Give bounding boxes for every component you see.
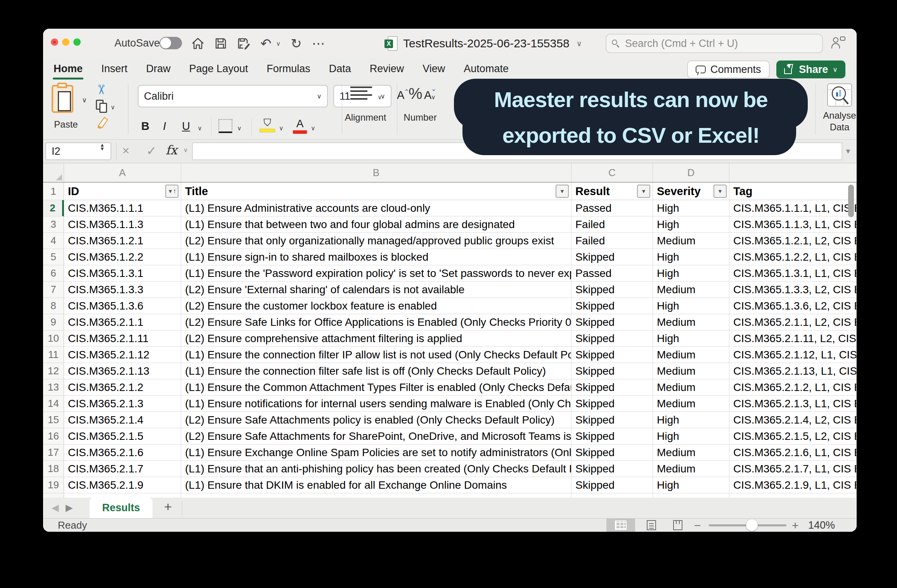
cell-result[interactable]: Skipped	[571, 249, 653, 265]
row-number[interactable]: 14	[43, 396, 64, 412]
save-icon[interactable]	[215, 37, 227, 50]
cell-id[interactable]: CIS.M365.2.1.11	[64, 330, 181, 347]
column-letter-d[interactable]: D	[653, 163, 729, 182]
cell-id[interactable]: CIS.M365.2.1.6	[64, 444, 181, 461]
borders-button[interactable]	[218, 119, 232, 133]
copy-icon[interactable]: ∨	[96, 100, 109, 114]
number-chevron-icon[interactable]: ∨	[431, 93, 436, 101]
cell-title[interactable]: (L2) Ensure Safe Attachments policy is e…	[181, 412, 571, 428]
prev-sheet-icon[interactable]: ◀	[52, 502, 59, 513]
cell-id[interactable]: CIS.M365.2.1.3	[64, 396, 181, 412]
confirm-entry-icon[interactable]: ✓	[146, 144, 157, 158]
cell-title[interactable]: (L1) Ensure the 'Password expiration pol…	[181, 265, 571, 282]
font-color-chevron-icon[interactable]: ∨	[311, 125, 315, 132]
underline-button[interactable]: U	[182, 120, 190, 133]
zoom-in-icon[interactable]: +	[792, 519, 799, 532]
cell-tag[interactable]: CIS.M365.1.2.2, L1, CIS E3	[729, 249, 857, 265]
cell-title[interactable]: (L2) Ensure that only organizationally m…	[181, 233, 571, 249]
cell-title[interactable]: (L1) Ensure Administrative accounts are …	[181, 200, 571, 216]
cell-id[interactable]: CIS.M365.2.1.2	[64, 379, 181, 396]
cell-title[interactable]: (L1) Ensure that DKIM is enabled for all…	[181, 477, 571, 493]
zoom-window-button[interactable]	[73, 38, 81, 46]
cell-title[interactable]: (L1) Ensure Exchange Online Spam Policie…	[181, 444, 571, 461]
vertical-scrollbar-thumb[interactable]	[848, 185, 854, 217]
cell-result[interactable]: Passed	[571, 200, 653, 216]
header-tag[interactable]: Tag	[729, 183, 857, 200]
zoom-slider-thumb[interactable]	[746, 519, 758, 531]
cell-severity[interactable]: Medium	[653, 347, 729, 363]
cell-title[interactable]: (L1) Ensure the Common Attachment Types …	[181, 379, 571, 396]
cell-tag[interactable]: CIS.M365.2.1.9, L1, CIS E3	[729, 477, 857, 493]
cell-severity[interactable]: Medium	[653, 233, 729, 249]
more-commands-icon[interactable]: ⋯	[312, 37, 325, 50]
column-letter-a[interactable]: A	[64, 163, 181, 182]
cell-tag[interactable]: CIS.M365.1.1.1, L1, CIS E3	[729, 200, 857, 216]
cell-severity[interactable]: High	[653, 330, 729, 347]
cell-title[interactable]: (L2) Ensure Safe Attachments for SharePo…	[181, 428, 571, 444]
row-number[interactable]: 17	[43, 444, 64, 461]
cell-severity[interactable]: Medium	[653, 282, 729, 298]
cell-tag[interactable]: CIS.M365.2.1.3, L1, CIS E3	[729, 396, 857, 412]
name-box-spinner[interactable]: ▲▼	[100, 143, 105, 151]
font-name-select[interactable]: Calibri∨	[138, 85, 328, 107]
cell-severity[interactable]: High	[653, 298, 729, 314]
cut-icon[interactable]: ✂	[94, 84, 109, 95]
tab-draw[interactable]: Draw	[145, 61, 171, 76]
paste-chevron-icon[interactable]: ∨	[82, 96, 87, 104]
underline-chevron-icon[interactable]: ∨	[197, 125, 202, 132]
header-id[interactable]: ID ▼↑	[64, 183, 181, 200]
analyse-data-button[interactable]: Analyse Data	[823, 83, 856, 133]
page-layout-view-button[interactable]	[639, 519, 664, 532]
column-letter-b[interactable]: B	[181, 163, 571, 182]
tab-insert[interactable]: Insert	[100, 61, 128, 76]
row-number[interactable]: 2	[43, 200, 64, 216]
cell-id[interactable]: CIS.M365.1.2.2	[64, 249, 181, 265]
insert-function-icon[interactable]: fx	[166, 143, 177, 157]
header-severity[interactable]: Severity ▼	[653, 183, 729, 200]
cell-result[interactable]: Skipped	[571, 347, 653, 363]
fx-chevron-icon[interactable]: ∨	[184, 147, 188, 154]
tab-data[interactable]: Data	[328, 61, 352, 76]
cell-title[interactable]: (L1) Ensure that an anti-phishing policy…	[181, 461, 571, 477]
percent-style-button[interactable]: %	[409, 85, 423, 102]
tab-review[interactable]: Review	[369, 61, 405, 76]
cell-result[interactable]: Skipped	[571, 298, 653, 314]
cell-severity[interactable]: Medium	[653, 363, 729, 379]
cell-result[interactable]: Failed	[571, 216, 653, 233]
row-number[interactable]: 11	[43, 347, 64, 363]
row-number[interactable]: 6	[43, 265, 64, 282]
row-number[interactable]: 10	[43, 330, 64, 347]
header-result[interactable]: Result ▼	[571, 183, 653, 200]
tab-view[interactable]: View	[422, 61, 446, 76]
sort-filter-button-id[interactable]: ▼↑	[165, 185, 178, 198]
cell-tag[interactable]: CIS.M365.2.1.5, L2, CIS E3	[729, 428, 857, 444]
cell-id[interactable]: CIS.M365.2.1.12	[64, 347, 181, 363]
cell-id[interactable]: CIS.M365.2.1.9	[64, 477, 181, 493]
tab-home[interactable]: Home	[53, 61, 83, 76]
alignment-chevron-icon[interactable]: ∨	[378, 93, 382, 101]
paste-button[interactable]	[52, 83, 80, 115]
cell-severity[interactable]: High	[653, 477, 729, 493]
row-number[interactable]: 16	[43, 428, 64, 444]
cell-severity[interactable]: Medium	[653, 379, 729, 396]
cell-tag[interactable]: CIS.M365.2.1.2, L1, CIS E3	[729, 379, 857, 396]
add-sheet-button[interactable]: +	[164, 499, 172, 514]
cell-severity[interactable]: High	[653, 412, 729, 428]
increase-font-button[interactable]: Aˆ	[397, 89, 408, 102]
cell-result[interactable]: Skipped	[571, 282, 653, 298]
next-sheet-icon[interactable]: ▶	[66, 502, 73, 513]
select-all-corner[interactable]	[43, 163, 64, 182]
cell-id[interactable]: CIS.M365.1.3.1	[64, 265, 181, 282]
comments-button[interactable]: Comments	[687, 61, 770, 78]
cell-tag[interactable]: CIS.M365.2.1.13, L1, CIS	[729, 363, 857, 379]
cell-id[interactable]: CIS.M365.2.1.5	[64, 428, 181, 444]
row-number[interactable]: 13	[43, 379, 64, 396]
row-number[interactable]: 19	[43, 477, 64, 493]
cell-severity[interactable]: Medium	[653, 314, 729, 330]
cell-tag[interactable]: CIS.M365.2.1.7, L1, CIS E3	[729, 461, 857, 477]
cell-result[interactable]: Failed	[571, 233, 653, 249]
close-window-button[interactable]	[51, 38, 58, 46]
cancel-entry-icon[interactable]: ×	[122, 144, 130, 158]
cell-title[interactable]: (L2) Ensure Safe Links for Office Applic…	[181, 314, 571, 330]
row-number[interactable]: 4	[43, 233, 64, 249]
